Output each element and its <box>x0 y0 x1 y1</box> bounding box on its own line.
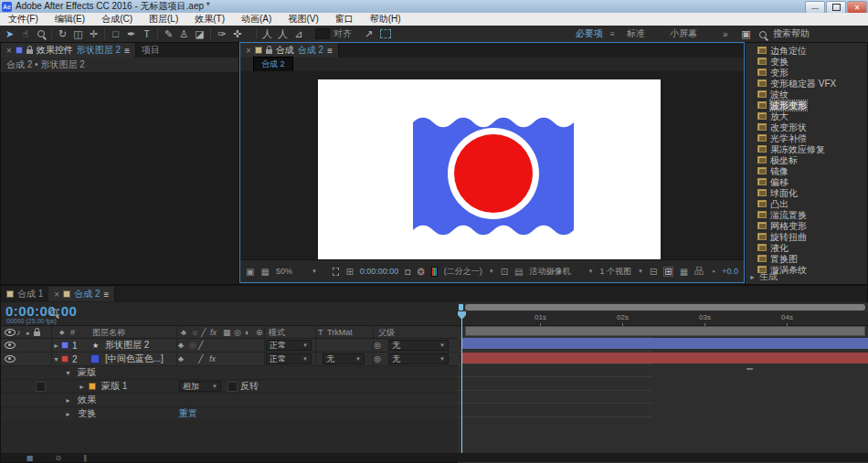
effect-item[interactable]: 边角定位 <box>746 45 867 56</box>
mask-visibility-checkbox[interactable] <box>36 380 46 393</box>
menu-item[interactable]: 窗口 <box>327 13 362 26</box>
fast-previews-icon[interactable]: ⊡ <box>501 267 508 277</box>
expander-icon[interactable]: ▼ <box>65 366 71 379</box>
snapshot-icon[interactable]: ◘ <box>405 267 410 277</box>
close-tab-icon[interactable]: × <box>246 46 251 56</box>
effect-item[interactable]: 变换 <box>746 56 867 67</box>
tab-composition[interactable]: × 合成 合成 2 ≡ <box>240 43 339 58</box>
help-search-icon[interactable] <box>759 30 767 40</box>
effect-item[interactable]: 变形稳定器 VFX <box>746 78 867 89</box>
shy-toggle[interactable]: ♣ <box>178 353 187 365</box>
effect-item[interactable]: 极坐标 <box>746 154 867 165</box>
tab-comp2[interactable]: × 合成 2 ≡ <box>48 287 115 301</box>
camera-view-value[interactable]: 活动摄像机 <box>530 266 571 278</box>
panel-menu-icon[interactable]: ≡ <box>327 46 333 56</box>
effect-item[interactable]: 液化 <box>746 242 867 253</box>
tab-effect-controls[interactable]: × 效果控件 形状图层 2 ≡ <box>1 43 136 58</box>
layer-bar-shape-layer[interactable] <box>462 338 868 349</box>
parent-dropdown[interactable]: 无▼ <box>388 339 449 352</box>
eye-toggle[interactable] <box>5 339 16 352</box>
workspace-more-icon[interactable]: » <box>723 29 728 39</box>
composition-canvas[interactable] <box>318 79 661 260</box>
menu-item[interactable]: 视图(V) <box>280 13 326 26</box>
lock-icon[interactable] <box>266 49 272 54</box>
expander-icon[interactable]: ▼ <box>53 353 59 365</box>
layer-row-1[interactable]: ► 1 ★ 形状图层 2 ♣ ◎ ╱ 正常▼ ◎ 无▼ <box>1 339 458 353</box>
effect-item[interactable]: 凸出 <box>746 198 867 209</box>
minimize-button[interactable]: — <box>805 1 825 14</box>
effect-item[interactable]: 旋转扭曲 <box>746 231 867 242</box>
view-layout-caret-icon[interactable]: ▼ <box>638 268 643 274</box>
align-label[interactable]: 对齐 <box>333 27 352 40</box>
menu-item[interactable]: 帮助(H) <box>362 13 409 26</box>
effect-item[interactable]: 果冻效应修复 <box>746 143 867 154</box>
effects-group-label[interactable]: 效果 <box>78 394 96 406</box>
time-navigator-start-handle[interactable] <box>459 304 463 310</box>
mode-column-label[interactable]: 模式 <box>269 326 285 339</box>
puppet-tool-icon[interactable]: ✜ <box>229 26 245 42</box>
mask-mode-dropdown[interactable]: 相加▼ <box>179 380 221 393</box>
label-chip[interactable] <box>61 353 69 365</box>
quality-toggle[interactable]: ╱ <box>198 353 207 365</box>
menu-item[interactable]: 合成(C) <box>93 13 141 26</box>
transparency-grid-icon[interactable]: ▤ <box>514 267 523 277</box>
layer-row-2[interactable]: ▼ 2 [中间色蓝色...] ♣ ╱ fx 正常▼ 无▼ ◎ 无▼ <box>1 353 458 366</box>
rotation-tool-icon[interactable]: ↻ <box>55 26 70 42</box>
parent-dropdown[interactable]: 无▼ <box>388 353 449 365</box>
mask-color-chip[interactable] <box>89 380 96 393</box>
panel-menu-icon[interactable]: ≡ <box>104 289 110 300</box>
menu-item[interactable]: 动画(A) <box>233 13 280 26</box>
trkmat-dropdown[interactable]: 无▼ <box>323 353 365 365</box>
transform-group-row[interactable]: ► 变换 重置 <box>1 407 458 420</box>
menu-item[interactable]: 编辑(E) <box>47 13 93 26</box>
fx-badge[interactable]: fx <box>209 353 218 365</box>
maximize-button[interactable] <box>826 1 846 14</box>
effect-item[interactable]: 镜像 <box>746 165 867 176</box>
effect-item[interactable]: 变形 <box>746 67 867 78</box>
pan-behind-tool-icon[interactable]: ✛ <box>86 26 101 42</box>
exposure-icon[interactable]: ◔ <box>710 267 715 277</box>
effect-item[interactable]: 光学补偿 <box>746 132 867 143</box>
close-tab-icon[interactable]: × <box>6 46 12 56</box>
menu-item[interactable]: 文件(F) <box>0 13 47 26</box>
region-of-interest-icon[interactable] <box>333 268 340 276</box>
zoom-tool-icon[interactable] <box>33 26 48 42</box>
masks-group-label[interactable]: 蒙版 <box>78 366 96 379</box>
hand-tool-icon[interactable]: ☝ <box>17 26 33 42</box>
eraser-tool-icon[interactable]: ◪ <box>192 26 207 42</box>
label-chip[interactable] <box>61 339 69 352</box>
close-button[interactable]: ✕ <box>847 1 867 14</box>
expand-render-icon[interactable]: ∥ <box>83 454 87 462</box>
effect-item[interactable]: 改变形状 <box>746 121 867 132</box>
effect-item[interactable]: 球面化 <box>746 187 867 198</box>
collapse-toggle[interactable]: ◎ <box>189 339 198 352</box>
time-ruler[interactable]: 01s 02s 03s 04s <box>458 311 868 326</box>
effect-item[interactable]: 网格变形 <box>746 220 867 231</box>
local-axis-mode-icon[interactable]: 人 <box>259 26 275 42</box>
type-tool-icon[interactable]: T <box>139 26 154 42</box>
trkmat-column-label[interactable]: TrkMat <box>327 326 353 339</box>
shy-toggle[interactable]: ♣ <box>178 339 187 352</box>
channel-icon[interactable] <box>431 267 438 277</box>
layer-name-column-label[interactable]: 图层名称 <box>92 326 125 339</box>
world-axis-mode-icon[interactable]: 人 <box>275 26 291 42</box>
brush-tool-icon[interactable]: ✎ <box>161 26 176 42</box>
always-preview-icon[interactable]: ▣ <box>246 267 254 277</box>
pen-tool-icon[interactable]: ✒ <box>123 26 139 42</box>
grid-guides-icon[interactable]: ⊞ <box>663 267 672 277</box>
masks-group-row[interactable]: ▼ 蒙版 <box>1 366 458 380</box>
quality-toggle[interactable]: ╱ <box>198 339 207 352</box>
shape-tool-icon[interactable]: □ <box>108 26 123 42</box>
clone-stamp-tool-icon[interactable]: ♙ <box>176 26 192 42</box>
workspace-small-screen[interactable]: 小屏幕 <box>670 27 697 40</box>
snap-cursor-icon[interactable]: ↗ <box>361 26 376 42</box>
roto-brush-tool-icon[interactable]: ✑ <box>214 26 229 42</box>
expand-inout-icon[interactable]: ⊙ <box>56 454 62 462</box>
lock-icon[interactable] <box>26 49 33 54</box>
sync-settings-icon[interactable]: ▣ <box>738 26 754 42</box>
mask-name[interactable]: 蒙版 1 <box>101 380 127 393</box>
resolution-value[interactable]: (二分之一) <box>444 266 482 278</box>
effects-group-row[interactable]: ► 效果 <box>1 394 458 407</box>
workspace-standard[interactable]: 标准 <box>627 27 645 40</box>
snapping-box-icon[interactable] <box>380 29 391 38</box>
